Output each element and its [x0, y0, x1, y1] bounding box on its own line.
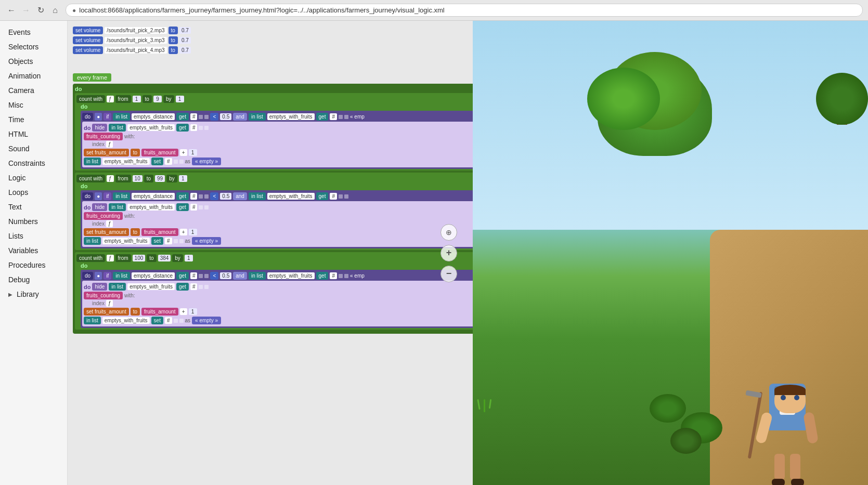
grass-blade-2 [484, 399, 485, 412]
set-3: set fruits_amount [84, 308, 129, 316]
conn-3-7 [174, 319, 178, 323]
hash-set-1: # [165, 158, 172, 165]
refresh-button[interactable]: ↻ [34, 4, 47, 17]
in-list-3-1: in list [113, 272, 130, 280]
nav-buttons: ← → ↻ ⌂ [5, 4, 61, 17]
sidebar-item-procedures[interactable]: Procedures [0, 258, 67, 272]
get-2-1: get [176, 192, 189, 200]
hash-2-3: # [190, 204, 198, 211]
conn-2-5 [199, 205, 203, 209]
sidebar-item-text[interactable]: Text [0, 200, 67, 214]
list1-2: emptys_distance [132, 193, 175, 200]
canvas-scroll-container[interactable]: set volume /sounds/fruit_pick_2.mp3 to 0… [68, 21, 473, 485]
in-list-3-3: in list [109, 283, 126, 291]
list3-1: emptys_with_fruits [127, 124, 175, 131]
to-val-2: 99 [155, 175, 165, 182]
index-label-3: index [92, 300, 105, 306]
sidebar-item-lists[interactable]: Lists [0, 229, 67, 243]
sidebar-item-library[interactable]: Library [0, 287, 67, 302]
lt-2: < [210, 192, 218, 200]
hide-row-3: do hide in list emptys_with_fruits get # [84, 283, 473, 291]
code-area: set volume /sounds/fruit_pick_2.mp3 to 0… [68, 21, 473, 485]
in-list-set-row-3: in list emptys_with_fruits set # as « em… [84, 317, 473, 324]
conn-3-1 [199, 274, 203, 278]
sidebar-item-selectors[interactable]: Selectors [0, 40, 67, 54]
conn-2-4 [344, 194, 348, 199]
set-volume-label-1: set volume [73, 27, 103, 34]
sidebar-item-constraints[interactable]: Constraints [0, 156, 67, 171]
circle-icon-2: ● [95, 192, 102, 200]
sidebar-item-time[interactable]: Time [0, 112, 67, 127]
sidebar-item-sound[interactable]: Sound [0, 141, 67, 156]
index-label-1: index [92, 141, 105, 147]
one-1: 1 [189, 149, 197, 156]
fruits-counting-2: fruits_counting [84, 212, 123, 220]
browser-chrome: ← → ↻ ⌂ ● localhost:8668/applications/fa… [0, 0, 868, 21]
in-list-set-2: in list [84, 237, 101, 245]
one-3: 1 [189, 308, 197, 315]
sidebar-item-logic[interactable]: Logic [0, 171, 67, 185]
address-bar[interactable]: ● localhost:8668/applications/farmers_jo… [66, 4, 863, 17]
index-row-1: index ƒ [92, 141, 473, 148]
to-1: to [142, 95, 152, 103]
fruits-counting-row-2: fruits_counting with: [84, 212, 473, 220]
target-nav-btn[interactable]: ⊕ [441, 224, 457, 241]
sidebar-item-animation[interactable]: Animation [0, 69, 67, 83]
from-label-1: from [115, 95, 131, 103]
empty-quote-2: « empty » [192, 237, 221, 245]
count-row-2: count with ƒ from 10 to 99 by 1 [76, 175, 473, 182]
sound-block-1: set volume /sounds/fruit_pick_2.mp3 to 0… [73, 27, 191, 34]
sidebar-item-debug[interactable]: Debug [0, 272, 67, 287]
cw-var-1: ƒ [107, 96, 114, 102]
if-label-1: if [103, 113, 111, 121]
set-fruits-row-1: set fruits_amount to fruits_amount + 1 [84, 149, 473, 156]
sidebar-item-objects[interactable]: Objects [0, 54, 67, 69]
zoom-in-btn[interactable]: + [441, 245, 457, 261]
sidebar-item-numbers[interactable]: Numbers [0, 214, 67, 229]
conn-2-6 [204, 205, 209, 209]
sound-path-3: /sounds/fruit_pick_4.mp3 [105, 47, 166, 54]
list2-2: emptys_with_fruits [267, 193, 315, 200]
leg-right [790, 454, 800, 480]
if-block-1: do ● if in list emptys_distance get # < [81, 111, 473, 169]
count-with-2: count with [76, 175, 105, 182]
get-2-3: get [176, 203, 189, 211]
sidebar-item-events[interactable]: Events [0, 25, 67, 40]
by-val-2: 1 [179, 175, 187, 182]
sidebar-item-loops[interactable]: Loops [0, 185, 67, 200]
game-background [473, 21, 868, 485]
one-2: 1 [189, 229, 197, 235]
forward-button[interactable]: → [20, 4, 32, 17]
sidebar-item-misc[interactable]: Misc [0, 98, 67, 112]
leg-left [774, 454, 785, 480]
do-hide-wrap-3: do hide in list emptys_with_fruits get # [82, 281, 473, 326]
in-list-set-3: in list [84, 317, 101, 324]
home-button[interactable]: ⌂ [49, 4, 61, 17]
hide-row-2: do hide in list emptys_with_fruits get # [84, 203, 473, 211]
from-val-2: 10 [133, 175, 142, 182]
hide-row-1: do hide in list emptys_with_fruits get # [84, 124, 473, 132]
grass-blade-1 [477, 399, 480, 410]
hash-3: # [190, 124, 198, 131]
conn-3 [339, 115, 343, 119]
zoom-out-btn[interactable]: − [441, 266, 457, 282]
do-hide-wrap-2: do hide in list emptys_with_fruits get # [82, 201, 473, 247]
plus-2: + [180, 229, 187, 235]
threshold-1: 0.5 [220, 113, 231, 120]
back-button[interactable]: ← [5, 4, 18, 17]
list2-3: emptys_with_fruits [267, 272, 315, 279]
viewport-controls: ⊕ + − [441, 224, 457, 282]
sound-block-2: set volume /sounds/fruit_pick_3.mp3 to 0… [73, 36, 191, 44]
sidebar-item-html[interactable]: HTML [0, 127, 67, 141]
sidebar-item-variables[interactable]: Variables [0, 243, 67, 258]
do-inner-1: do [81, 103, 473, 110]
do-hide-do-2: do [84, 204, 90, 211]
conn-2-1 [199, 194, 203, 199]
every-frame-section: every frame do count with ƒ from 1 to 9 [73, 73, 473, 334]
sidebar-item-camera[interactable]: Camera [0, 83, 67, 98]
set-volume-label-2: set volume [73, 36, 103, 44]
index-val-1: ƒ [106, 141, 113, 148]
index-label-2: index [92, 221, 105, 227]
grass-details [478, 399, 491, 412]
sound-path-1: /sounds/fruit_pick_2.mp3 [105, 27, 166, 34]
